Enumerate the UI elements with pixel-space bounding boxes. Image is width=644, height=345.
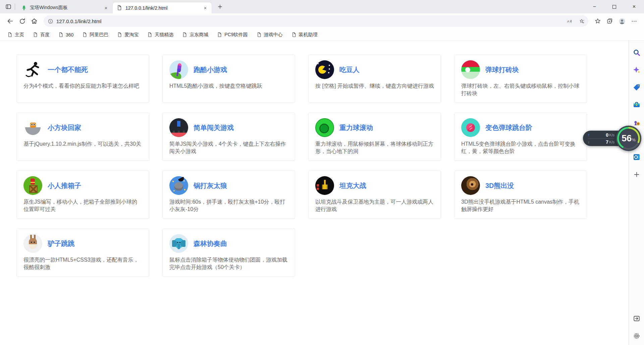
bookmark-label: PC9软件园 xyxy=(224,32,248,38)
sidebar-search-icon[interactable] xyxy=(632,48,641,57)
bookmark-item[interactable]: 主页 xyxy=(5,30,27,39)
sidebar-outlook-icon[interactable] xyxy=(632,153,641,161)
bookmark-item[interactable]: 京东商城 xyxy=(179,30,211,39)
percent-value: 56 xyxy=(622,126,632,151)
profile-avatar[interactable] xyxy=(616,15,628,27)
upload-speed-row: ↑ 0 K/s xyxy=(588,131,614,138)
tab-bt-panel[interactable]: 宝塔Windows面板 × xyxy=(17,2,112,13)
bookmark-label: 天猫精选 xyxy=(155,32,173,38)
sidebar-add-icon[interactable] xyxy=(632,170,641,179)
color-ball-icon xyxy=(461,118,480,137)
game-title-link[interactable]: 弹球打砖块 xyxy=(485,65,519,74)
game-title-link[interactable]: 小人推箱子 xyxy=(48,181,81,190)
site-info-icon[interactable] xyxy=(48,18,53,24)
game-card: 3D熊出没 3D熊出没手机游戏基于HTML5 canvas制作，手机触屏操作更好 xyxy=(454,170,587,219)
tab-title: 宝塔Windows面板 xyxy=(30,5,100,11)
sidebar-copilot-icon[interactable] xyxy=(632,66,641,74)
game-description: 3D熊出没手机游戏基于HTML5 canvas制作，手机触屏操作更好 xyxy=(461,198,580,213)
game-title-link[interactable]: 一个都不能死 xyxy=(48,65,88,74)
page-content: 一个都不能死 分为4个模式，看看你的反应能力和手速怎么样吧 跑酷小游戏 HTML… xyxy=(0,41,644,345)
game-card: 简单闯关游戏 简单JS闯关小游戏，4个关卡，键盘上下左右操作闯关小游戏 xyxy=(162,113,295,161)
game-card: 弹球打砖块 弹球打砖块，左、右箭头键或移动鼠标，控制小球打砖块 xyxy=(454,55,587,103)
game-description: 按 [空格] 开始或暂停、继续，键盘方向键进行游戏 xyxy=(315,82,434,90)
game-description: 重力球滚动，用鼠标倾斜屏幕，将球体移动到正方形，当心地下的洞 xyxy=(315,140,434,155)
bookmark-label: 阿里巴巴 xyxy=(90,32,108,38)
bookmark-label: 装机助理 xyxy=(299,32,318,38)
upload-arrow-icon: ↑ xyxy=(588,133,592,137)
game-description: HTML5跑酷小游戏，按键盘空格键跳跃 xyxy=(169,82,288,90)
game-title-link[interactable]: 重力球滚动 xyxy=(339,123,373,132)
bookmark-item[interactable]: 爱淘宝 xyxy=(114,30,141,39)
bookmark-item[interactable]: PC9软件园 xyxy=(214,30,250,39)
add-favorite-star-icon[interactable] xyxy=(577,16,586,26)
tab-actions-icon[interactable] xyxy=(3,1,14,12)
address-bar[interactable]: 127.0.0.1/link/2.html A xyxy=(44,15,588,27)
url-text[interactable]: 127.0.0.1/link/2.html xyxy=(56,18,561,24)
game-card-grid: 一个都不能死 分为4个模式，看看你的反应能力和手速怎么样吧 跑酷小游戏 HTML… xyxy=(0,41,644,277)
bookmark-item[interactable]: 游戏中心 xyxy=(254,30,285,39)
game-title-link[interactable]: 驴子跳跳 xyxy=(48,239,74,248)
brick-ball-icon xyxy=(461,60,480,79)
bookmark-label: 主页 xyxy=(15,32,24,38)
upload-unit: K/s xyxy=(609,133,614,137)
game-title-link[interactable]: 变色弹球跳台阶 xyxy=(485,123,532,132)
svg-text:A: A xyxy=(567,19,570,23)
minimize-button[interactable]: − xyxy=(585,0,604,13)
percent-gauge-ball[interactable]: 56 % xyxy=(616,126,641,151)
game-card: 一个都不能死 分为4个模式，看看你的反应能力和手速怎么样吧 xyxy=(16,55,149,103)
favorites-icon[interactable] xyxy=(592,15,604,27)
refresh-button[interactable] xyxy=(16,15,28,27)
bear-3d-icon xyxy=(461,176,480,195)
game-card: 锅打灰太狼 游戏时间:60s，拼手速，殴打灰太狼+10分，殴打小灰灰-10分 xyxy=(162,170,295,219)
elephant-icon xyxy=(169,234,188,253)
close-button[interactable]: × xyxy=(624,0,644,13)
bookmark-item[interactable]: 阿里巴巴 xyxy=(79,30,111,39)
tab-separator xyxy=(15,4,15,10)
game-title-link[interactable]: 小方块回家 xyxy=(48,123,81,132)
speed-monitor-widget[interactable]: ↑ 0 K/s ↓ 7 K/s 56 % xyxy=(583,126,641,151)
game-description: 游戏时间:60s，拼手速，殴打灰太狼+10分，殴打小灰灰-10分 xyxy=(169,198,288,213)
game-card: 变色弹球跳台阶 HTML5变色弹球跳台阶小游戏，点击台阶可变换红，黄，紫等颜色台… xyxy=(454,113,587,161)
game-title-link[interactable]: 锅打灰太狼 xyxy=(194,181,227,190)
game-title-link[interactable]: 坦克大战 xyxy=(339,181,366,190)
game-title-link[interactable]: 3D熊出没 xyxy=(485,181,514,190)
game-description: 弹球打砖块，左、右箭头键或移动鼠标，控制小球打砖块 xyxy=(461,82,580,97)
game-title-link[interactable]: 森林协奏曲 xyxy=(194,239,227,248)
bookmark-item[interactable]: 天猫精选 xyxy=(145,30,176,39)
game-title-link[interactable]: 简单闯关游戏 xyxy=(194,123,234,132)
more-menu-icon[interactable] xyxy=(628,15,640,27)
bookmark-label: 360 xyxy=(66,32,73,38)
game-card: 森林协奏曲 鼠标点击消除箱子等物体使动物们团圆，游戏加载完毕点击开始游戏（50个… xyxy=(162,228,295,277)
maximize-button[interactable] xyxy=(604,0,624,13)
bookmark-item[interactable]: 360 xyxy=(56,31,76,39)
game-description: 以坦克战斗及保卫基地为主题，可一人游戏或两人进行游戏 xyxy=(315,198,434,213)
new-tab-button[interactable] xyxy=(215,1,225,12)
tab-link-page[interactable]: 127.0.0.1/link/2.html × xyxy=(112,2,212,13)
open-sidebar-panel-icon[interactable] xyxy=(632,314,641,323)
parkour-icon xyxy=(169,60,188,79)
collections-icon[interactable] xyxy=(604,15,616,27)
download-unit: K/s xyxy=(609,140,614,144)
bookmark-item[interactable]: 装机助理 xyxy=(289,30,320,39)
tab-close-icon[interactable]: × xyxy=(103,5,109,11)
game-description: 很漂亮的一款HTML5+CSS3游戏，还配有音乐，很酷很刺激 xyxy=(23,256,142,271)
sokoban-icon xyxy=(23,176,42,195)
bookmark-label: 百度 xyxy=(40,32,50,38)
tank-icon xyxy=(315,176,334,195)
settings-gear-icon[interactable] xyxy=(632,332,641,340)
read-aloud-icon[interactable]: A xyxy=(565,16,574,26)
bookmark-label: 游戏中心 xyxy=(264,32,283,38)
tab-close-icon[interactable]: × xyxy=(202,5,208,11)
navigation-bar: 127.0.0.1/link/2.html A xyxy=(0,13,644,29)
game-description: 简单JS闯关小游戏，4个关卡，键盘上下左右操作闯关小游戏 xyxy=(169,140,288,155)
sidebar-shopping-icon[interactable] xyxy=(632,83,641,92)
game-title-link[interactable]: 跑酷小游戏 xyxy=(194,65,227,74)
back-button[interactable] xyxy=(4,15,16,27)
game-card: 吃豆人 按 [空格] 开始或暂停、继续，键盘方向键进行游戏 xyxy=(308,55,441,103)
sidebar-toolbox-icon[interactable] xyxy=(632,100,641,109)
bookmark-item[interactable]: 百度 xyxy=(30,30,52,39)
game-title-link[interactable]: 吃豆人 xyxy=(339,65,360,74)
edge-sidebar xyxy=(629,41,644,345)
game-description: HTML5变色弹球跳台阶小游戏，点击台阶可变换红，黄，紫等颜色台阶 xyxy=(461,140,580,155)
home-button[interactable] xyxy=(28,15,40,27)
